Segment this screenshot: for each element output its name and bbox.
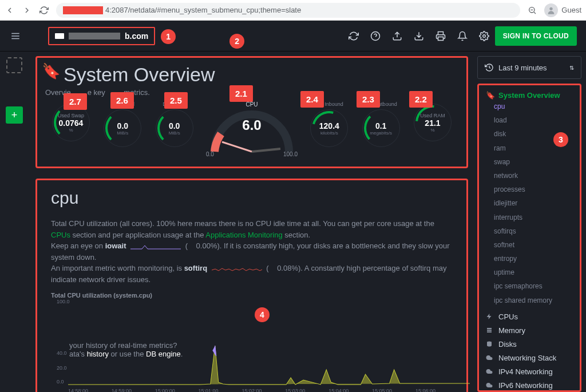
rail-placeholder[interactable] (6, 57, 22, 73)
menu-sub-entropy[interactable]: entropy (486, 252, 573, 266)
page-title: System Overview (64, 64, 458, 86)
guest-profile[interactable]: Guest (544, 3, 581, 17)
section-icon (486, 340, 494, 347)
nav-reload[interactable] (39, 5, 49, 15)
overview-panel: 🔖 System Overview Overvie e key metrics.… (35, 56, 468, 168)
menu-sub-ipc-semaphores[interactable]: ipc semaphores (486, 279, 573, 293)
cpu-section: cpu Total CPU utilization (all cores). 1… (35, 179, 468, 392)
gauge-used-ram[interactable]: Used RAM21.1% (407, 101, 458, 157)
download-icon[interactable] (414, 31, 424, 41)
browser-chrome: 4:2087/netdata/#menu_system_submenu_cpu;… (0, 0, 586, 21)
menu-sub-swap[interactable]: swap (486, 155, 573, 169)
menu-sub-softirqs[interactable]: softirqs (486, 224, 573, 238)
menu-section-ipv4-networking[interactable]: IPv4 Networking (486, 362, 573, 376)
marker-4: 4 (255, 307, 270, 322)
menu-sub-interrupts[interactable]: interrupts (486, 211, 573, 224)
tag: 2.1 (229, 85, 253, 102)
nav-forward[interactable] (22, 5, 32, 15)
section-icon (486, 382, 494, 389)
menu-sub-network[interactable]: network (486, 169, 573, 183)
hostname-selector[interactable]: b.com 1 (48, 27, 155, 45)
svg-rect-10 (487, 328, 492, 329)
svg-line-9 (222, 142, 252, 152)
menu-heading[interactable]: 🔖System Overview (486, 91, 573, 100)
tag: 2.5 (164, 92, 188, 109)
tag: 2.2 (409, 91, 433, 108)
menu-sub-idlejitter[interactable]: idlejitter (486, 196, 573, 210)
menu-sub-load[interactable]: load (486, 113, 573, 127)
section-icon (486, 313, 494, 320)
x-axis: 14:58:0014:59:0015:00:0015:01:0015:02:00… (51, 388, 453, 392)
nav-back[interactable] (5, 5, 15, 15)
svg-rect-12 (487, 331, 492, 332)
gauge-disk-read[interactable]: Disk Read 0.0MiB/s (97, 101, 148, 157)
svg-rect-11 (487, 330, 492, 331)
svg-point-7 (483, 34, 486, 37)
nav-menu: 3 🔖System Overview cpuloaddiskramswapnet… (477, 84, 581, 392)
marker-3: 3 (553, 132, 568, 147)
cpus-link[interactable]: CPUs (51, 231, 70, 239)
gauge-net-outbound[interactable]: Net Outbound 0.1megabits/s (355, 101, 407, 157)
zoom-icon[interactable] (527, 5, 537, 15)
section-title: cpu (51, 188, 453, 208)
menu-section-disks[interactable]: Disks (486, 335, 573, 349)
menu-section-network-interfaces[interactable]: Network Interfaces (486, 390, 573, 392)
toolbar: b.com 1 2 SIGN IN TO CLOUD (0, 21, 586, 52)
gauge-cpu[interactable]: CPU 6.0 0.0100.0 (200, 101, 303, 157)
apps-link[interactable]: Applications Monitoring (205, 231, 282, 239)
marker-1: 1 (161, 29, 176, 44)
tag: 2.7 (64, 93, 87, 110)
gauge-disk-write[interactable]: Disk Write 0.0MiB/s (149, 101, 200, 157)
gauge-net-inbound[interactable]: Net Inbound 120.4kilobits/s (303, 101, 355, 157)
bookmark-icon: 🔖 (486, 91, 495, 100)
time-picker[interactable]: Last 9 minutes ⇅ (477, 56, 581, 79)
section-icon (486, 354, 494, 361)
add-button[interactable]: + (6, 106, 23, 124)
bell-icon[interactable] (457, 31, 468, 41)
menu-sub-processes[interactable]: processes (486, 183, 573, 196)
history-icon (485, 63, 494, 72)
cpu-chart[interactable]: 100.0 40.0 20.0 0.0 your history of real… (51, 301, 453, 386)
help-icon[interactable] (370, 31, 381, 41)
gear-icon[interactable] (479, 31, 489, 41)
tag: 2.3 (357, 91, 380, 108)
menu-sub-softnet[interactable]: softnet (486, 238, 573, 252)
upload-icon[interactable] (392, 31, 402, 41)
chart-title: Total CPU utilization (system.cpu) (51, 292, 453, 299)
svg-point-1 (550, 7, 553, 10)
tag: 2.6 (110, 92, 134, 109)
sign-in-button[interactable]: SIGN IN TO CLOUD (495, 26, 577, 46)
menu-section-memory[interactable]: Memory (486, 321, 573, 335)
menu-icon[interactable] (9, 31, 22, 41)
url-bar[interactable]: 4:2087/netdata/#menu_system_submenu_cpu;… (56, 3, 520, 18)
menu-sub-uptime[interactable]: uptime (486, 266, 573, 279)
menu-section-networking-stack[interactable]: Networking Stack (486, 349, 573, 362)
tag: 2.4 (300, 91, 324, 108)
menu-sub-ipc-shared-memory[interactable]: ipc shared memory (486, 294, 573, 307)
bookmark-icon: 🔖 (42, 62, 60, 80)
print-icon[interactable] (435, 31, 446, 41)
menu-section-ipv6-networking[interactable]: IPv6 Networking (486, 376, 573, 390)
marker-2: 2 (229, 34, 244, 49)
hint-text: your history of real-time metrics? ata's… (69, 341, 183, 358)
left-rail: + (0, 52, 29, 392)
menu-section-cpus[interactable]: CPUs (486, 307, 573, 321)
refresh-icon[interactable] (349, 31, 359, 41)
cpu-description: Total CPU utilization (all cores). 100% … (51, 218, 453, 285)
section-icon (486, 368, 494, 375)
section-icon (486, 327, 494, 334)
menu-sub-cpu[interactable]: cpu (486, 100, 573, 113)
